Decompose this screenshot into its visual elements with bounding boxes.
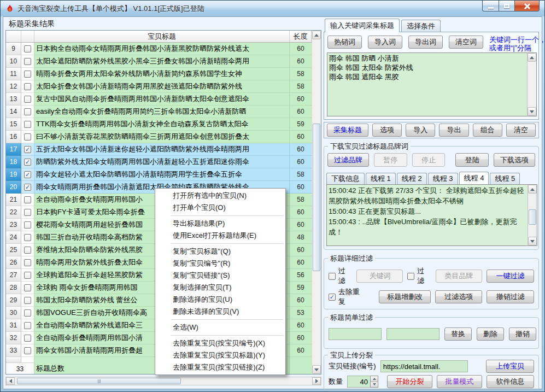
context-menu-item[interactable]: 去除重复宝贝(按宝贝链接)(Z) — [156, 361, 285, 373]
thread-tab-5[interactable]: 线程 5 — [490, 173, 520, 184]
software-info-button[interactable]: 软件信息 — [487, 375, 534, 388]
table-row[interactable]: 12太阳伞折叠女韩国小清新晴雨伞两用黑胶超强遮阳伞防晒防紫外线58 — [6, 80, 312, 93]
context-menu-item[interactable]: 复制"宝贝标题"(Q) — [156, 245, 285, 258]
minimize-button[interactable] — [482, 1, 499, 11]
keywords-scroll-down-icon[interactable] — [528, 107, 536, 116]
title-edit-button[interactable]: 标题增删改 — [379, 290, 430, 303]
filter-options-button[interactable]: 过滤选项 — [435, 290, 483, 303]
table-row[interactable]: 10太阳伞遮阳防晒防紫外线黑胶小黑伞三折叠女韩国小清新晴雨伞两用60 — [6, 55, 312, 68]
row-checkbox[interactable] — [24, 58, 31, 65]
log-scroll-down-icon[interactable] — [528, 237, 537, 245]
one-key-filter-button[interactable]: 一键过滤 — [487, 270, 534, 283]
row-checkbox[interactable] — [24, 347, 31, 354]
spinner-up-icon[interactable] — [371, 376, 378, 382]
close-button[interactable] — [514, 1, 540, 11]
row-checkbox[interactable]: ✓ — [24, 159, 31, 166]
download-button-2[interactable]: 停止 — [412, 153, 446, 167]
row-checkbox[interactable] — [24, 196, 31, 203]
filter-keyword-checkbox[interactable] — [329, 273, 336, 280]
scroll-down-arrow-icon[interactable] — [312, 365, 321, 374]
header-title-column[interactable]: 宝贝标题 — [34, 31, 290, 42]
undo-button[interactable]: 撤销 — [509, 327, 536, 341]
row-checkbox[interactable] — [24, 209, 31, 216]
row-checkbox[interactable] — [24, 259, 31, 266]
keyword-button[interactable]: 清空词 — [449, 36, 483, 49]
scroll-up-arrow-icon[interactable] — [312, 31, 321, 39]
tab-select-conditions[interactable]: 选择条件 — [401, 20, 441, 32]
table-row[interactable]: 15TTK雨伞女折叠晴雨两用韩国小清新女神全自动森系复古防晒太阳伞59 — [6, 118, 312, 131]
row-checkbox[interactable] — [24, 121, 31, 128]
replace-button[interactable]: 替换 — [444, 327, 472, 341]
thread-tab-0[interactable]: 下载信息 — [326, 173, 365, 184]
dedup-checkbox[interactable]: ✓ — [329, 294, 336, 301]
keyword-button[interactable]: 导入词 — [368, 36, 402, 49]
batch-mode-button[interactable]: 批量模式 — [437, 375, 482, 388]
row-checkbox[interactable] — [24, 234, 31, 241]
table-row[interactable]: 18✓防晒防紫外线太阳伞女晴雨两用韩国小清新超轻小五折遮阳迷你雨伞60 — [6, 156, 312, 168]
maximize-button[interactable] — [499, 1, 514, 11]
table-horizontal-scrollbar[interactable] — [5, 377, 321, 385]
keywords-text[interactable]: 雨伞 韩国 防晒 小清新 雨伞 韩国 太阳伞 防紫外线 雨伞 韩国 遮阳伞 黑胶 — [327, 53, 527, 116]
undo-filter-button[interactable]: 撤销过滤 — [487, 290, 534, 303]
context-menu-item[interactable]: 去除重复宝贝(按宝贝标题)(Y) — [156, 349, 285, 361]
table-row[interactable]: 19✓雨伞女超轻小遮太阳伞防晒韩国小清新晴雨两用学生折叠伞五折伞58 — [6, 168, 312, 181]
horizontal-scroll-thumb[interactable] — [17, 378, 181, 384]
download-button-4[interactable]: 下载选项 — [494, 153, 535, 167]
log-scroll-thumb[interactable] — [529, 209, 536, 225]
log-scroll-up-icon[interactable] — [528, 185, 537, 194]
table-row[interactable]: 14easily全自动雨伞女折叠晴雨两用简约三折伞韩国太阳伞小清新防晒60 — [6, 106, 312, 118]
keywords-scrollbar[interactable] — [527, 53, 536, 116]
quantity-input[interactable] — [347, 376, 370, 388]
download-button-3[interactable]: 登陆 — [455, 153, 489, 167]
thread-tab-4[interactable]: 线程 4 — [459, 172, 489, 184]
row-checkbox[interactable] — [24, 45, 31, 52]
row-checkbox[interactable] — [24, 247, 31, 254]
filter-category-checkbox[interactable] — [407, 273, 414, 280]
simple-filter-input-2[interactable] — [386, 328, 439, 340]
context-menu-item[interactable]: 复制选择的宝贝(T) — [156, 282, 285, 294]
context-menu-item[interactable]: 全选(W) — [156, 321, 285, 334]
link-input[interactable] — [380, 360, 468, 372]
row-checkbox[interactable] — [24, 284, 31, 291]
row-checkbox[interactable] — [24, 309, 31, 317]
row-checkbox[interactable] — [24, 335, 31, 342]
spinner-down-icon[interactable] — [371, 382, 378, 388]
context-menu-item[interactable]: 复制"宝贝编号"(R) — [156, 258, 285, 270]
context-menu-item[interactable]: 使用Excel打开标题结果(E) — [156, 230, 285, 242]
row-checkbox[interactable]: ✓ — [24, 171, 31, 178]
row-checkbox[interactable] — [24, 96, 31, 103]
context-menu-item[interactable]: 删除未选择的宝贝(V) — [156, 306, 285, 318]
table-row[interactable]: 11晴雨伞折叠女两用太阳伞紫外线防晒小清新简约森系韩国学生女神58 — [6, 68, 312, 80]
row-checkbox[interactable] — [24, 133, 31, 141]
table-row[interactable]: 17✓五折太阳伞女韩国小清新迷你超轻小遮阳防晒防紫外线雨伞晴雨两用60 — [6, 143, 312, 156]
keyword-filter-button[interactable]: 关键词 — [356, 270, 403, 283]
row-checkbox[interactable]: ✓ — [24, 184, 31, 191]
context-menu-item[interactable]: 去除重复宝贝(按宝贝编号)(X) — [156, 337, 285, 349]
context-menu-item[interactable]: 打开单个宝贝(O) — [156, 202, 285, 214]
tab-input-keywords[interactable]: 输入关键词采集标题 — [325, 19, 400, 32]
action-button-collect-titles[interactable]: 采集标题 — [327, 124, 368, 137]
scroll-right-arrow-icon[interactable] — [312, 377, 321, 385]
vertical-scroll-thumb[interactable] — [313, 124, 320, 271]
table-row[interactable]: 16曰不够小清新芙蓉花黑胶防晒晴雨伞三折两用遮阳伞创意韩国折叠太60 — [6, 131, 312, 143]
action-button-misc[interactable]: 导入 — [406, 124, 435, 137]
row-checkbox[interactable] — [24, 83, 31, 90]
row-checkbox[interactable] — [24, 108, 31, 115]
keywords-scroll-up-icon[interactable] — [528, 53, 536, 62]
thread-tab-3[interactable]: 线程 3 — [428, 173, 458, 184]
header-length-column[interactable]: 长度 — [290, 31, 312, 42]
context-menu-item[interactable]: 导出标题结果(P) — [156, 218, 285, 230]
table-row[interactable]: 13复古中国风自动雨伞折叠晴雨两用韩国小清新防晒太阳伞创意遮阳伞60 — [6, 93, 312, 106]
keyword-button[interactable]: 热销词 — [327, 36, 362, 49]
log-scrollbar[interactable] — [528, 185, 537, 245]
simple-filter-input-1[interactable] — [329, 328, 382, 340]
keywords-textarea[interactable]: 雨伞 韩国 防晒 小清新 雨伞 韩国 太阳伞 防紫外线 雨伞 韩国 遮阳伞 黑胶 — [327, 52, 537, 116]
quantity-stepper[interactable] — [347, 376, 378, 388]
upload-button[interactable]: 上传宝贝 — [486, 360, 534, 373]
row-checkbox[interactable]: ✓ — [24, 146, 31, 153]
table-vertical-scrollbar[interactable] — [312, 31, 321, 374]
action-button-misc[interactable]: 选项 — [372, 124, 402, 137]
row-checkbox[interactable] — [24, 322, 31, 329]
keyword-button[interactable]: 导出词 — [408, 36, 443, 49]
table-row[interactable]: 9日本购全自动雨伞女晴雨两用折叠韩国小清新黑胶防晒防紫外线遮太60 — [6, 43, 312, 55]
